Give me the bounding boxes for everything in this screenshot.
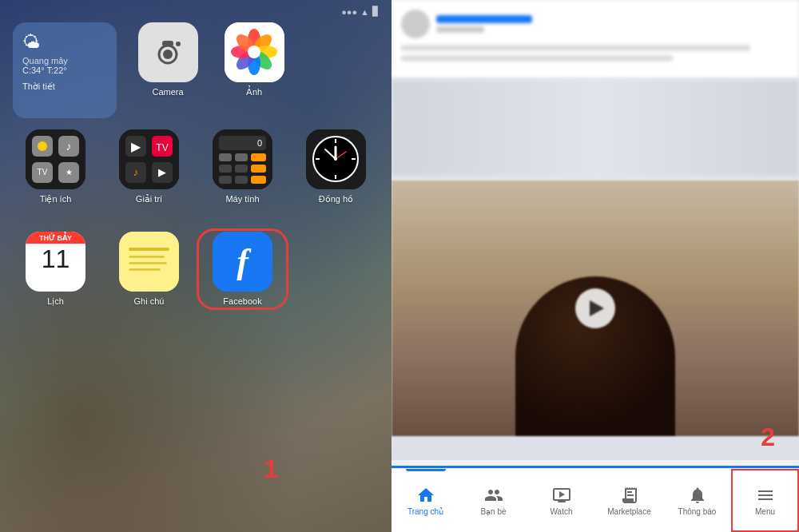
video-thumbnail [392, 181, 799, 436]
calculator-label: Máy tính [225, 194, 259, 204]
step-2-label: 2 [761, 423, 775, 452]
notifications-icon [688, 486, 707, 505]
entertainment-icon: ▶ TV ♪ ▶ [119, 129, 179, 189]
post-username [436, 15, 532, 23]
svg-point-14 [248, 46, 260, 58]
post-text [401, 45, 789, 62]
app-calendar[interactable]: THỨ BẢY 11 Lịch [13, 232, 98, 307]
facebook-icon: f [213, 232, 272, 292]
notes-label: Ghi chú [134, 296, 165, 306]
svg-rect-41 [251, 165, 266, 173]
nav-friends[interactable]: Bạn bè [459, 469, 527, 532]
apps-section-bottom: THỨ BẢY 11 Lịch Ghi chú f [13, 232, 379, 307]
post-line-1 [401, 45, 750, 51]
svg-text:♪: ♪ [133, 166, 139, 178]
svg-rect-42 [219, 176, 232, 184]
apps-section-middle: ♪ TV ★ Tiện ích ▶ TV ♪ ▶ [13, 129, 379, 204]
calculator-icon: 0 [213, 129, 272, 189]
svg-rect-37 [235, 153, 248, 161]
svg-rect-61 [627, 494, 634, 496]
nav-home-label: Trang chủ [407, 507, 443, 516]
svg-rect-40 [235, 165, 248, 173]
play-triangle-icon [590, 300, 604, 316]
app-photos[interactable]: Ảnh [216, 22, 292, 97]
weather-description: Quang mây [22, 56, 107, 66]
svg-text:♪: ♪ [66, 140, 72, 153]
app-clock[interactable]: Đồng hồ [293, 129, 379, 204]
svg-text:▶: ▶ [131, 140, 141, 153]
nav-notifications-label: Thông báo [678, 507, 717, 516]
home-icon [416, 486, 435, 505]
app-utilities[interactable]: ♪ TV ★ Tiện ích [13, 129, 98, 204]
post-line-2 [401, 55, 673, 62]
calendar-label: Lịch [47, 296, 64, 307]
nav-menu[interactable]: Menu [731, 469, 799, 532]
post-header [401, 10, 789, 38]
nav-notifications[interactable]: Thông báo [663, 469, 731, 532]
svg-rect-56 [129, 248, 169, 251]
svg-rect-38 [251, 153, 266, 161]
facebook-label: Facebook [223, 296, 261, 306]
app-calculator[interactable]: 0 Máy tính [200, 129, 285, 204]
photos-icon [225, 22, 284, 82]
nav-watch[interactable]: Watch [527, 469, 595, 532]
app-entertainment[interactable]: ▶ TV ♪ ▶ Giải trí [106, 129, 192, 204]
svg-point-20 [38, 141, 47, 151]
weather-temperature: C:34° T:22° [22, 66, 107, 75]
facebook-bottom-nav: Trang chủ Bạn bè Watch Marketplace [392, 468, 799, 532]
facebook-app: 2 Trang chủ Bạn bè Watch [392, 0, 799, 532]
nav-friends-label: Bạn bè [480, 507, 506, 516]
svg-text:0: 0 [257, 138, 262, 148]
weather-icon: 🌤 [22, 32, 107, 53]
svg-text:▶: ▶ [158, 166, 166, 178]
blurred-image [392, 80, 799, 176]
notes-icon [119, 232, 179, 292]
nav-watch-label: Watch [551, 507, 573, 516]
svg-rect-44 [251, 176, 266, 184]
svg-rect-55 [119, 232, 179, 292]
fb-content-area [392, 0, 799, 460]
marketplace-icon [620, 486, 639, 505]
app-notes[interactable]: Ghi chú [106, 232, 192, 307]
app-camera[interactable]: Camera [129, 22, 206, 97]
utilities-label: Tiện ích [40, 194, 72, 204]
svg-rect-60 [627, 491, 632, 493]
nav-menu-label: Menu [755, 507, 775, 516]
camera-label: Camera [152, 87, 183, 97]
svg-rect-36 [219, 153, 232, 161]
apps-section-top: Camera Ảnh [129, 22, 379, 97]
svg-point-54 [334, 157, 337, 161]
weather-label: Thời tiết [22, 81, 107, 92]
step-1-label: 1 [264, 455, 278, 484]
svg-point-4 [176, 42, 181, 46]
svg-rect-58 [129, 262, 167, 264]
svg-rect-57 [129, 256, 165, 258]
weather-widget[interactable]: 🌤 Quang mây C:34° T:22° Thời tiết [13, 22, 117, 118]
ios-homescreen: ●●● ▲ ▊ 🌤 Quang mây C:34° T:22° Thời tiế… [0, 0, 392, 532]
play-button[interactable] [575, 288, 615, 328]
entertainment-label: Giải trí [136, 194, 162, 204]
svg-rect-59 [129, 268, 161, 271]
camera-icon [138, 22, 198, 82]
utilities-icon: ♪ TV ★ [26, 129, 85, 189]
photos-label: Ảnh [246, 87, 262, 97]
svg-point-2 [163, 50, 173, 59]
post-avatar [401, 10, 430, 38]
svg-text:TV: TV [156, 142, 168, 153]
menu-icon [756, 486, 775, 505]
facebook-f-letter: f [237, 244, 248, 280]
post-user-info [436, 15, 789, 33]
nav-marketplace[interactable]: Marketplace [595, 469, 663, 532]
nav-home[interactable]: Trang chủ [392, 469, 459, 532]
nav-marketplace-label: Marketplace [607, 507, 650, 516]
clock-label: Đồng hồ [319, 194, 353, 204]
calendar-day-name: THỨ BẢY [26, 232, 85, 244]
calendar-day-number: 11 [42, 244, 70, 274]
svg-text:TV: TV [38, 168, 48, 177]
svg-rect-43 [235, 176, 248, 184]
watch-icon [552, 486, 571, 505]
friends-icon [484, 486, 503, 505]
fb-post [392, 0, 799, 77]
post-time [436, 26, 484, 33]
app-facebook[interactable]: f Facebook [200, 232, 285, 307]
